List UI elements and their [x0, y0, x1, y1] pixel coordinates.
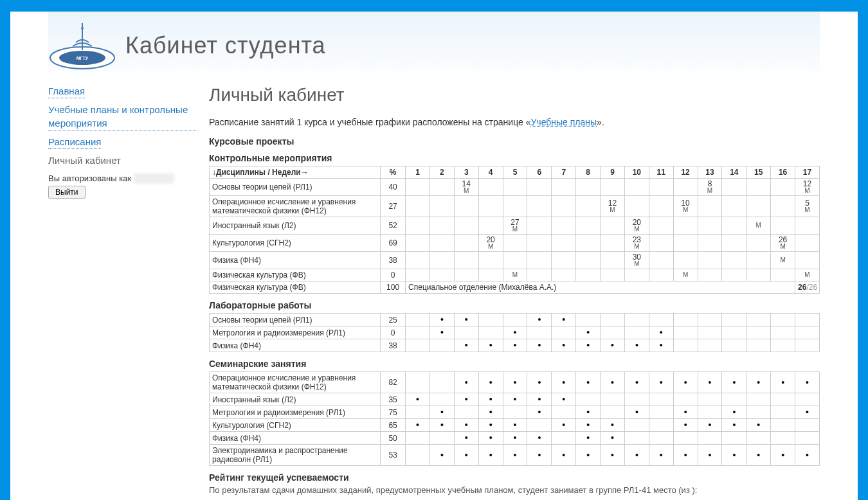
nav-item-3: Личный кабинет — [48, 154, 121, 167]
nav-item-0[interactable]: Главная — [48, 85, 85, 98]
table-row: Физика (ФН4)50•••••• — [210, 432, 820, 445]
section-km: Контрольные мероприятия — [209, 153, 820, 163]
table-row: Электродинамика и распространение радиов… — [210, 445, 820, 466]
table-row: Культурология (СГН2)6920М23М26М — [210, 235, 820, 252]
sem-table: Операционное исчисление и уравнения мате… — [209, 371, 820, 466]
table-row: Метрология и радиоизмерения (РЛ1)0•••• — [210, 326, 820, 339]
table-row: Физика (ФН4)38••••••••• — [210, 339, 820, 352]
auth-prefix: Вы авторизованы как — [48, 174, 134, 183]
table-row: Основы теории цепей (РЛ1)25•••• — [210, 314, 820, 326]
info-line: Расписание занятий 1 курса и учебные гра… — [209, 117, 820, 127]
table-row: Иностранный язык (Л2)5227М20ММ — [210, 217, 820, 235]
table-row: Иностранный язык (Л2)35•••••• — [210, 393, 820, 406]
svg-point-4 — [81, 27, 84, 30]
rating-tail: По результатам сдачи домашних заданий, п… — [209, 485, 820, 495]
site-title: Кабинет студента — [125, 32, 326, 59]
section-projects: Курсовые проекты — [209, 136, 820, 147]
section-lab: Лабораторные работы — [209, 300, 820, 310]
table-row: Основы теории цепей (РЛ1)4014М8М12М — [210, 179, 820, 196]
curricula-link[interactable]: Учебные планы — [530, 117, 597, 127]
table-row: Метрология и радиоизмерения (РЛ1)75•••••… — [210, 406, 820, 419]
logout-button[interactable]: Выйти — [48, 186, 86, 199]
table-row: Физическая культура (ФВ)0МММ — [210, 269, 820, 281]
km-table: ↓Дисциплины / Недели→%123456789101112131… — [209, 166, 820, 294]
auth-info: Вы авторизованы как ██████ — [48, 174, 197, 183]
table-row-special: Физическая культура (ФВ)100Специальное о… — [210, 281, 820, 294]
page-title: Личный кабинет — [209, 85, 820, 105]
nav-item-2[interactable]: Расписания — [48, 136, 101, 149]
university-logo: МГТУ — [48, 21, 116, 71]
svg-text:МГТУ: МГТУ — [77, 56, 89, 60]
nav-item-1[interactable]: Учебные планы и контрольные мероприятия — [48, 103, 197, 130]
section-rating: Рейтинг текущей успеваемости — [209, 472, 820, 483]
table-row: Операционное исчисление и уравнения мате… — [210, 372, 820, 393]
section-sem: Семинарские занятия — [209, 359, 820, 369]
lab-table: Основы теории цепей (РЛ1)25••••Метрологи… — [209, 313, 820, 352]
table-row: Физика (ФН4)3830ММ — [210, 252, 820, 269]
auth-username: ██████ — [134, 174, 174, 183]
table-row: Операционное исчисление и уравнения мате… — [210, 196, 820, 217]
table-row: Культурология (СГН2)65•••••••••••• — [210, 419, 820, 432]
sidebar: ГлавнаяУчебные планы и контрольные мероп… — [48, 85, 209, 199]
